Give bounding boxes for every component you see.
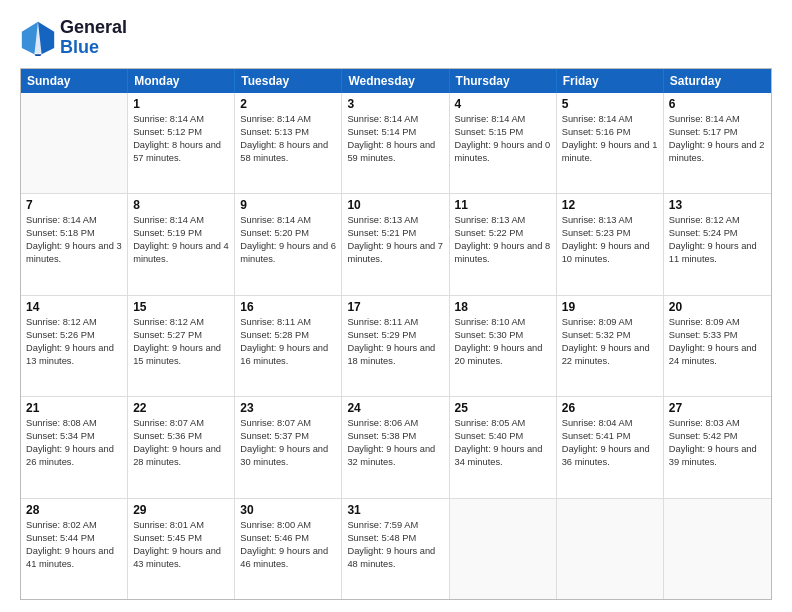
empty-cell-0-0 [21, 93, 128, 193]
day-number: 8 [133, 198, 229, 212]
day-cell-12: 12Sunrise: 8:13 AMSunset: 5:23 PMDayligh… [557, 194, 664, 294]
day-number: 24 [347, 401, 443, 415]
cell-info-line: Daylight: 9 hours and 28 minutes. [133, 443, 229, 469]
cell-info-line: Sunset: 5:22 PM [455, 227, 551, 240]
day-number: 19 [562, 300, 658, 314]
day-cell-8: 8Sunrise: 8:14 AMSunset: 5:19 PMDaylight… [128, 194, 235, 294]
cell-info-line: Sunset: 5:14 PM [347, 126, 443, 139]
cell-info-line: Sunrise: 8:09 AM [562, 316, 658, 329]
day-number: 27 [669, 401, 766, 415]
cell-info-line: Sunrise: 8:14 AM [669, 113, 766, 126]
day-number: 14 [26, 300, 122, 314]
cell-info-line: Daylight: 9 hours and 26 minutes. [26, 443, 122, 469]
day-cell-6: 6Sunrise: 8:14 AMSunset: 5:17 PMDaylight… [664, 93, 771, 193]
weekday-header-monday: Monday [128, 69, 235, 93]
cell-info-line: Sunrise: 8:14 AM [347, 113, 443, 126]
day-number: 26 [562, 401, 658, 415]
cell-info-line: Sunset: 5:13 PM [240, 126, 336, 139]
day-number: 22 [133, 401, 229, 415]
day-cell-2: 2Sunrise: 8:14 AMSunset: 5:13 PMDaylight… [235, 93, 342, 193]
cell-info-line: Sunset: 5:21 PM [347, 227, 443, 240]
cell-info-line: Sunset: 5:16 PM [562, 126, 658, 139]
day-number: 17 [347, 300, 443, 314]
day-cell-4: 4Sunrise: 8:14 AMSunset: 5:15 PMDaylight… [450, 93, 557, 193]
cell-info-line: Sunrise: 8:14 AM [562, 113, 658, 126]
day-cell-24: 24Sunrise: 8:06 AMSunset: 5:38 PMDayligh… [342, 397, 449, 497]
cell-info-line: Daylight: 9 hours and 36 minutes. [562, 443, 658, 469]
day-number: 4 [455, 97, 551, 111]
weekday-header-saturday: Saturday [664, 69, 771, 93]
cell-info-line: Sunrise: 8:04 AM [562, 417, 658, 430]
day-number: 20 [669, 300, 766, 314]
day-cell-9: 9Sunrise: 8:14 AMSunset: 5:20 PMDaylight… [235, 194, 342, 294]
cell-info-line: Sunrise: 8:14 AM [26, 214, 122, 227]
cell-info-line: Sunset: 5:23 PM [562, 227, 658, 240]
cell-info-line: Sunset: 5:42 PM [669, 430, 766, 443]
cell-info-line: Sunset: 5:26 PM [26, 329, 122, 342]
cell-info-line: Daylight: 9 hours and 1 minute. [562, 139, 658, 165]
day-number: 28 [26, 503, 122, 517]
day-cell-21: 21Sunrise: 8:08 AMSunset: 5:34 PMDayligh… [21, 397, 128, 497]
day-cell-22: 22Sunrise: 8:07 AMSunset: 5:36 PMDayligh… [128, 397, 235, 497]
day-cell-18: 18Sunrise: 8:10 AMSunset: 5:30 PMDayligh… [450, 296, 557, 396]
calendar-header: SundayMondayTuesdayWednesdayThursdayFrid… [21, 69, 771, 93]
day-number: 10 [347, 198, 443, 212]
cell-info-line: Sunset: 5:12 PM [133, 126, 229, 139]
calendar-row-0: 1Sunrise: 8:14 AMSunset: 5:12 PMDaylight… [21, 93, 771, 194]
cell-info-line: Sunrise: 8:14 AM [133, 214, 229, 227]
day-number: 13 [669, 198, 766, 212]
logo: General Blue [20, 18, 127, 58]
empty-cell-4-5 [557, 499, 664, 599]
cell-info-line: Sunset: 5:45 PM [133, 532, 229, 545]
cell-info-line: Sunset: 5:24 PM [669, 227, 766, 240]
day-cell-28: 28Sunrise: 8:02 AMSunset: 5:44 PMDayligh… [21, 499, 128, 599]
cell-info-line: Sunrise: 8:13 AM [347, 214, 443, 227]
weekday-header-thursday: Thursday [450, 69, 557, 93]
day-cell-25: 25Sunrise: 8:05 AMSunset: 5:40 PMDayligh… [450, 397, 557, 497]
cell-info-line: Sunrise: 8:02 AM [26, 519, 122, 532]
day-number: 21 [26, 401, 122, 415]
cell-info-line: Sunset: 5:36 PM [133, 430, 229, 443]
day-number: 5 [562, 97, 658, 111]
cell-info-line: Daylight: 8 hours and 59 minutes. [347, 139, 443, 165]
cell-info-line: Sunset: 5:37 PM [240, 430, 336, 443]
day-cell-13: 13Sunrise: 8:12 AMSunset: 5:24 PMDayligh… [664, 194, 771, 294]
cell-info-line: Sunset: 5:20 PM [240, 227, 336, 240]
day-number: 23 [240, 401, 336, 415]
day-cell-23: 23Sunrise: 8:07 AMSunset: 5:37 PMDayligh… [235, 397, 342, 497]
cell-info-line: Daylight: 9 hours and 6 minutes. [240, 240, 336, 266]
cell-info-line: Sunset: 5:18 PM [26, 227, 122, 240]
day-cell-14: 14Sunrise: 8:12 AMSunset: 5:26 PMDayligh… [21, 296, 128, 396]
cell-info-line: Daylight: 9 hours and 24 minutes. [669, 342, 766, 368]
day-cell-3: 3Sunrise: 8:14 AMSunset: 5:14 PMDaylight… [342, 93, 449, 193]
cell-info-line: Sunrise: 8:14 AM [455, 113, 551, 126]
cell-info-line: Sunset: 5:33 PM [669, 329, 766, 342]
day-number: 2 [240, 97, 336, 111]
cell-info-line: Sunrise: 8:12 AM [26, 316, 122, 329]
day-number: 11 [455, 198, 551, 212]
cell-info-line: Daylight: 9 hours and 43 minutes. [133, 545, 229, 571]
cell-info-line: Sunrise: 8:11 AM [240, 316, 336, 329]
cell-info-line: Sunrise: 7:59 AM [347, 519, 443, 532]
weekday-header-tuesday: Tuesday [235, 69, 342, 93]
cell-info-line: Daylight: 9 hours and 41 minutes. [26, 545, 122, 571]
cell-info-line: Daylight: 9 hours and 8 minutes. [455, 240, 551, 266]
empty-cell-4-4 [450, 499, 557, 599]
calendar: SundayMondayTuesdayWednesdayThursdayFrid… [20, 68, 772, 600]
weekday-header-wednesday: Wednesday [342, 69, 449, 93]
cell-info-line: Sunrise: 8:07 AM [240, 417, 336, 430]
cell-info-line: Daylight: 9 hours and 22 minutes. [562, 342, 658, 368]
cell-info-line: Daylight: 8 hours and 57 minutes. [133, 139, 229, 165]
day-cell-5: 5Sunrise: 8:14 AMSunset: 5:16 PMDaylight… [557, 93, 664, 193]
cell-info-line: Sunrise: 8:13 AM [455, 214, 551, 227]
day-cell-19: 19Sunrise: 8:09 AMSunset: 5:32 PMDayligh… [557, 296, 664, 396]
calendar-row-3: 21Sunrise: 8:08 AMSunset: 5:34 PMDayligh… [21, 397, 771, 498]
cell-info-line: Daylight: 9 hours and 34 minutes. [455, 443, 551, 469]
cell-info-line: Daylight: 9 hours and 7 minutes. [347, 240, 443, 266]
day-cell-26: 26Sunrise: 8:04 AMSunset: 5:41 PMDayligh… [557, 397, 664, 497]
cell-info-line: Daylight: 9 hours and 4 minutes. [133, 240, 229, 266]
cell-info-line: Sunset: 5:32 PM [562, 329, 658, 342]
cell-info-line: Sunset: 5:48 PM [347, 532, 443, 545]
cell-info-line: Daylight: 9 hours and 16 minutes. [240, 342, 336, 368]
cell-info-line: Sunset: 5:29 PM [347, 329, 443, 342]
